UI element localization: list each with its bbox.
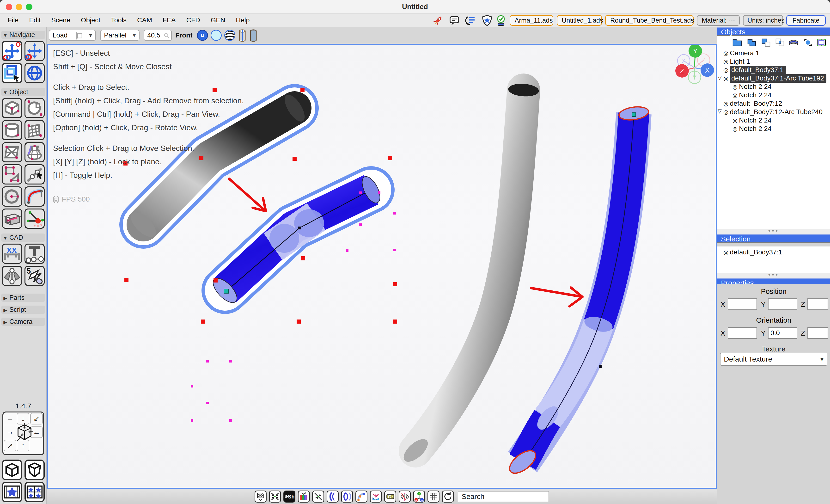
arrow-down-left-icon[interactable]: ↙ xyxy=(30,413,43,424)
midpoint-handle[interactable] xyxy=(599,365,602,368)
create-circle-button[interactable] xyxy=(2,186,22,207)
tree-item-label[interactable]: Camera 1 xyxy=(730,49,759,57)
create-box-button[interactable] xyxy=(2,98,22,118)
create-lathe-button[interactable] xyxy=(25,142,45,162)
section-script[interactable]: ▶Script xyxy=(1,306,45,314)
mirror-cut-button[interactable] xyxy=(399,491,411,503)
load-dropdown[interactable]: Load ▾ xyxy=(49,30,96,41)
units-button[interactable]: Units: inches xyxy=(743,15,783,26)
midpoint-handle[interactable] xyxy=(298,226,301,229)
menu-file[interactable]: File xyxy=(2,16,24,24)
render-tv-button[interactable] xyxy=(298,491,310,503)
cad-tee-button[interactable] xyxy=(25,244,45,264)
section-parts[interactable]: ▶Parts xyxy=(1,293,45,302)
pipe-bend-button[interactable] xyxy=(355,491,368,503)
menu-scene[interactable]: Scene xyxy=(46,16,75,24)
orthographic-cube-button[interactable] xyxy=(25,460,45,480)
cad-notch-button[interactable]: 5 xyxy=(25,266,45,286)
blue-tube-1[interactable] xyxy=(209,174,384,307)
orientation-x-field[interactable] xyxy=(728,327,757,339)
refresh-button[interactable] xyxy=(442,491,454,503)
axes-indicator-button[interactable]: YZX xyxy=(413,491,425,503)
create-sphere-button[interactable] xyxy=(25,98,45,118)
zoom-field[interactable]: 40.5 xyxy=(144,30,172,41)
search-input[interactable] xyxy=(458,492,548,502)
create-box-tube-button[interactable] xyxy=(2,209,22,229)
sketch-shapes-button[interactable] xyxy=(2,164,22,185)
tree-item-label[interactable]: default_Body37:1 xyxy=(730,66,786,74)
arrow-left-icon[interactable]: ← xyxy=(4,413,16,424)
menu-gen[interactable]: GEN xyxy=(205,16,230,24)
create-cylinder-button[interactable] xyxy=(2,120,22,140)
favorite-view-button[interactable] xyxy=(2,482,22,502)
tree-row[interactable]: ◎Light 1 xyxy=(717,58,830,66)
position-y-field[interactable] xyxy=(768,298,797,310)
material-button[interactable]: Material: --- xyxy=(697,15,740,26)
comment-bubble-icon[interactable] xyxy=(449,14,460,26)
objects-panel-header[interactable]: Objects xyxy=(717,27,830,36)
tree-row[interactable]: ▽◎default_Body37:1-Arc Tube192 xyxy=(717,74,830,83)
folder-icon[interactable] xyxy=(732,38,742,47)
tab-document[interactable]: Arma_11.ads xyxy=(510,15,553,26)
tree-item-label[interactable]: Notch 2 24 xyxy=(739,117,771,124)
tube-arc-button[interactable] xyxy=(327,491,339,503)
3d-viewport[interactable]: X Z Y Y Z X [ESC] - UnselectShift + [Q] … xyxy=(46,44,717,489)
snap-axes-button[interactable] xyxy=(312,491,324,503)
expand-arrow-icon[interactable]: ▽ xyxy=(717,108,722,114)
tree-row[interactable]: ◎default_Body37:1 xyxy=(717,66,830,74)
cad-dimension-button[interactable]: XX xyxy=(2,244,22,264)
menu-help[interactable]: Help xyxy=(230,16,255,24)
bend-surface-icon[interactable] xyxy=(788,38,799,47)
tree-row[interactable]: ◎Notch 2 24 xyxy=(717,91,830,100)
selection-panel-header[interactable]: Selection xyxy=(717,234,830,243)
navigate-marquee-select-button[interactable] xyxy=(2,63,22,83)
tab-document[interactable]: Untitled_1.ads xyxy=(557,15,602,26)
section-cad[interactable]: ▼CAD xyxy=(1,233,45,242)
menu-tools[interactable]: Tools xyxy=(106,16,132,24)
menu-cam[interactable]: CAM xyxy=(132,16,157,24)
menu-cfd[interactable]: CFD xyxy=(181,16,205,24)
navigate-orbit-globe-button[interactable] xyxy=(25,63,45,83)
gray-tube-2[interactable] xyxy=(400,83,539,466)
tree-item-label[interactable]: Notch 2 24 xyxy=(739,83,771,90)
panel-splitter[interactable]: ••• xyxy=(717,229,830,234)
favorite-grid-button[interactable] xyxy=(25,482,45,502)
section-object[interactable]: ▼Object xyxy=(1,88,45,96)
cylinder-section-button[interactable] xyxy=(341,491,353,503)
tree-row[interactable]: ▽◎default_Body7:12-Arc Tube240 xyxy=(717,108,830,117)
section-navigate[interactable]: ▼Navigate xyxy=(1,31,45,39)
create-mesh-plane-button[interactable] xyxy=(2,142,22,162)
tree-item-label[interactable]: default_Body37:1-Arc Tube192 xyxy=(730,74,826,83)
position-x-field[interactable] xyxy=(728,298,757,310)
gcode-tag-button[interactable]: G xyxy=(384,491,396,503)
tree-item-label[interactable]: Notch 2 24 xyxy=(739,125,771,132)
tree-item-label[interactable]: Light 1 xyxy=(730,58,750,65)
tube-outline-toggle[interactable] xyxy=(239,29,246,42)
edit-polyline-button[interactable] xyxy=(25,164,45,185)
tree-row[interactable]: ◎Camera 1 xyxy=(717,49,830,58)
shield-star-icon[interactable] xyxy=(481,14,493,26)
status-check-icon[interactable] xyxy=(495,14,507,26)
boolean-subtract-icon[interactable] xyxy=(761,38,771,47)
section-camera[interactable]: ▶Camera xyxy=(1,318,45,326)
tree-row[interactable]: ◎default_Body7:12 xyxy=(717,100,830,108)
bounds-icon[interactable] xyxy=(816,38,827,47)
arrow-up-right-icon[interactable]: ↗ xyxy=(4,440,16,451)
view-mode-shaded-button[interactable] xyxy=(197,30,208,41)
tree-row[interactable]: ◎Notch 2 24 xyxy=(717,125,830,133)
endpoint-handle-teal[interactable] xyxy=(224,289,228,293)
tree-item-label[interactable]: Notch 2 24 xyxy=(739,91,771,99)
position-z-field[interactable] xyxy=(807,298,828,310)
import-shape-button[interactable] xyxy=(370,491,382,503)
tube-solid-toggle[interactable] xyxy=(250,29,257,42)
explode-point-button[interactable] xyxy=(25,209,45,229)
tree-row[interactable]: ◎Notch 2 24 xyxy=(717,117,830,125)
arrow-right-icon[interactable]: → xyxy=(4,427,16,438)
tree-item-label[interactable]: default_Body7:12-Arc Tube240 xyxy=(730,108,823,116)
create-plane-button[interactable] xyxy=(25,120,45,140)
tree-row[interactable]: ◎Notch 2 24 xyxy=(717,83,830,91)
export-checker-button[interactable] xyxy=(255,491,266,503)
menu-fea[interactable]: FEA xyxy=(157,16,181,24)
boolean-intersect-icon[interactable] xyxy=(775,38,785,47)
orientation-z-field[interactable] xyxy=(807,327,828,339)
